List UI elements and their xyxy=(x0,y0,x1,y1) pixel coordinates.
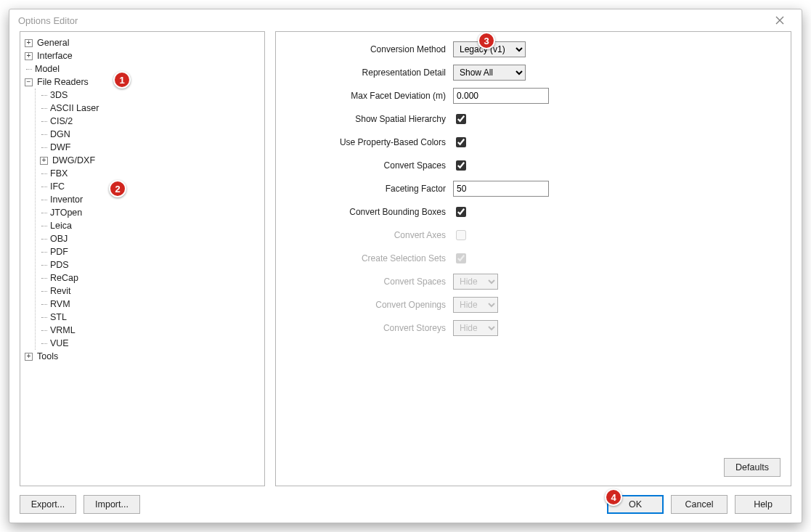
conversion-method-label: Conversion Method xyxy=(286,44,453,54)
representation-detail-label: Representation Detail xyxy=(286,67,453,78)
ok-button[interactable]: OK xyxy=(607,495,664,514)
tree-connector-icon xyxy=(40,102,49,115)
convert-axes-checkbox xyxy=(456,230,466,240)
titlebar: Options Editor xyxy=(9,9,802,31)
show-spatial-hierarchy-label: Show Spatial Hierarchy xyxy=(286,114,453,124)
help-button[interactable]: Help xyxy=(735,495,791,514)
tree-connector-icon xyxy=(40,324,49,337)
options-pane: 3 4 Conversion Method Legacy (v1) Repres… xyxy=(275,31,791,486)
category-tree: +General +Interface Model −File Readers … xyxy=(25,36,261,363)
tree-item-ifc[interactable]: IFC xyxy=(50,181,65,192)
tree-item-pds[interactable]: PDS xyxy=(50,260,69,270)
convert-bounding-boxes-checkbox[interactable] xyxy=(456,207,466,217)
cancel-button[interactable]: Cancel xyxy=(671,495,728,514)
import-button[interactable]: Import... xyxy=(83,495,140,514)
ifc-options-form: Conversion Method Legacy (v1) Representa… xyxy=(286,41,781,337)
dialog-button-bar: Export... Import... OK Cancel Help xyxy=(20,486,791,514)
tree-connector-icon xyxy=(40,128,49,141)
tree-item-dgn[interactable]: DGN xyxy=(50,129,70,139)
defaults-button[interactable]: Defaults xyxy=(724,458,781,477)
tree-item-pdf[interactable]: PDF xyxy=(50,247,68,257)
tree-connector-icon xyxy=(40,180,49,193)
conversion-method-select[interactable]: Legacy (v1) xyxy=(453,41,526,57)
convert-spaces-sel-label: Convert Spaces xyxy=(286,277,453,287)
tree-connector-icon xyxy=(40,258,49,271)
tree-item-vrml[interactable]: VRML xyxy=(50,325,76,335)
convert-storeys-label: Convert Storeys xyxy=(286,323,453,333)
expand-icon[interactable]: + xyxy=(40,157,48,165)
convert-axes-label: Convert Axes xyxy=(286,230,453,240)
tree-item-fbx[interactable]: FBX xyxy=(50,168,68,179)
tree-item-stl[interactable]: STL xyxy=(50,312,67,322)
tree-item-model[interactable]: Model xyxy=(35,64,60,74)
use-property-based-colors-label: Use Property-Based Colors xyxy=(286,137,453,147)
expand-icon[interactable]: + xyxy=(25,39,33,47)
tree-connector-icon xyxy=(40,271,49,285)
tree-item-cis2[interactable]: CIS/2 xyxy=(50,116,73,126)
close-icon[interactable] xyxy=(765,12,794,29)
convert-spaces-select: Hide xyxy=(453,274,498,290)
export-button[interactable]: Export... xyxy=(20,495,76,514)
tree-item-recap[interactable]: ReCap xyxy=(50,273,78,283)
tree-connector-icon xyxy=(40,141,49,154)
tree-item-vue[interactable]: VUE xyxy=(50,338,69,348)
tree-item-interface[interactable]: Interface xyxy=(37,51,73,61)
convert-bounding-boxes-label: Convert Bounding Boxes xyxy=(286,207,453,217)
tree-item-3ds[interactable]: 3DS xyxy=(50,90,68,100)
expand-icon[interactable]: + xyxy=(25,52,33,60)
tree-connector-icon xyxy=(40,285,49,298)
tree-connector-icon xyxy=(40,167,49,180)
tree-item-leica[interactable]: Leica xyxy=(50,221,72,231)
tree-connector-icon xyxy=(40,232,49,245)
tree-item-dwg-dxf[interactable]: DWG/DXF xyxy=(52,155,95,165)
tree-item-revit[interactable]: Revit xyxy=(50,286,70,296)
tree-connector-icon xyxy=(40,206,49,219)
tree-item-jtopen[interactable]: JTOpen xyxy=(50,208,82,218)
create-selection-sets-checkbox xyxy=(456,253,466,263)
use-property-based-colors-checkbox[interactable] xyxy=(456,137,466,147)
faceting-factor-label: Faceting Factor xyxy=(286,184,453,194)
convert-spaces-checkbox[interactable] xyxy=(456,160,466,171)
representation-detail-select[interactable]: Show All xyxy=(453,65,526,81)
tree-item-file-readers[interactable]: File Readers xyxy=(37,77,89,87)
category-tree-pane: 1 2 +General +Interface Model −File Read… xyxy=(20,31,265,486)
convert-openings-label: Convert Openings xyxy=(286,300,453,310)
file-readers-children: 3DS ASCII Laser CIS/2 DGN DWF +DWG/DXF F… xyxy=(35,89,261,350)
tree-item-general[interactable]: General xyxy=(37,38,69,48)
convert-openings-select: Hide xyxy=(453,297,498,313)
tree-item-obj[interactable]: OBJ xyxy=(50,234,68,244)
tree-connector-icon xyxy=(40,311,49,324)
collapse-icon[interactable]: − xyxy=(25,78,33,86)
tree-item-ascii-laser[interactable]: ASCII Laser xyxy=(50,103,99,113)
tree-item-inventor[interactable]: Inventor xyxy=(50,195,83,205)
convert-spaces-label: Convert Spaces xyxy=(286,160,453,171)
tree-item-dwf[interactable]: DWF xyxy=(50,142,70,152)
tree-connector-icon xyxy=(40,115,49,128)
tree-connector-icon xyxy=(25,62,33,75)
faceting-factor-input[interactable] xyxy=(453,181,549,197)
tree-item-tools[interactable]: Tools xyxy=(37,351,58,361)
tree-connector-icon xyxy=(40,219,49,232)
create-selection-sets-label: Create Selection Sets xyxy=(286,253,453,263)
convert-storeys-select: Hide xyxy=(453,320,498,336)
tree-connector-icon xyxy=(40,245,49,258)
options-editor-window: Options Editor 1 2 +General +Interface M… xyxy=(9,9,802,523)
max-facet-deviation-label: Max Facet Deviation (m) xyxy=(286,91,453,101)
max-facet-deviation-input[interactable] xyxy=(453,88,549,104)
expand-icon[interactable]: + xyxy=(25,353,33,361)
tree-connector-icon xyxy=(40,337,49,350)
tree-connector-icon xyxy=(40,193,49,206)
tree-item-rvm[interactable]: RVM xyxy=(50,299,70,309)
tree-connector-icon xyxy=(40,89,49,102)
tree-connector-icon xyxy=(40,298,49,311)
window-title: Options Editor xyxy=(18,15,78,26)
show-spatial-hierarchy-checkbox[interactable] xyxy=(456,114,466,124)
